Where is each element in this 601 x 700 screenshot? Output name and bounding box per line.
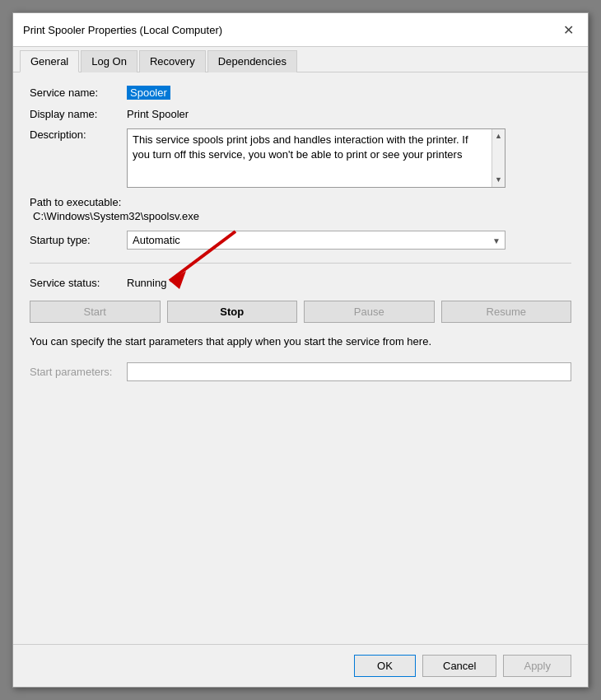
path-label: Path to executable: [30, 196, 571, 208]
dialog: Print Spooler Properties (Local Computer… [12, 12, 589, 688]
start-params-row: Start parameters: [30, 362, 571, 381]
service-status-row: Service status: Running [30, 277, 571, 289]
close-button[interactable]: ✕ [558, 20, 578, 40]
tab-general[interactable]: General [20, 50, 79, 72]
startup-type-row: Startup type: Automatic Manual Disabled … [30, 231, 571, 250]
cancel-button[interactable]: Cancel [422, 655, 496, 677]
scroll-up-arrow[interactable]: ▲ [495, 131, 502, 142]
start-button[interactable]: Start [30, 301, 161, 323]
resume-button[interactable]: Resume [441, 301, 572, 323]
service-status-label: Service status: [30, 277, 120, 289]
description-label: Description: [30, 128, 120, 141]
tab-recovery[interactable]: Recovery [139, 50, 206, 72]
title-bar: Print Spooler Properties (Local Computer… [13, 13, 588, 47]
tab-logon[interactable]: Log On [81, 50, 137, 72]
dialog-title: Print Spooler Properties (Local Computer… [23, 24, 222, 36]
scroll-down-arrow[interactable]: ▼ [495, 175, 502, 185]
tab-bar: General Log On Recovery Dependencies [13, 47, 588, 72]
bottom-buttons: OK Cancel Apply [13, 644, 588, 687]
tab-content: Service name: Spooler Display name: Prin… [13, 72, 588, 644]
startup-type-select[interactable]: Automatic Manual Disabled [127, 231, 505, 250]
pause-button[interactable]: Pause [304, 301, 435, 323]
path-value: C:\Windows\System32\spoolsv.exe [30, 210, 571, 222]
ok-button[interactable]: OK [354, 655, 416, 677]
startup-type-label: Startup type: [30, 234, 120, 246]
service-control-buttons: Start Stop Pause Resume [30, 301, 571, 323]
apply-button[interactable]: Apply [503, 655, 571, 677]
display-name-value: Print Spooler [127, 108, 189, 120]
description-box: This service spools print jobs and handl… [127, 128, 505, 188]
divider [30, 263, 571, 264]
path-section: Path to executable: C:\Windows\System32\… [30, 196, 571, 222]
display-name-label: Display name: [30, 108, 120, 120]
start-params-note: You can specify the start parameters tha… [30, 334, 571, 349]
tab-dependencies[interactable]: Dependencies [207, 50, 297, 72]
service-name-label: Service name: [30, 86, 120, 99]
description-text: This service spools print jobs and handl… [133, 133, 500, 162]
start-params-input[interactable] [127, 362, 571, 381]
service-name-row: Service name: Spooler [30, 86, 571, 100]
description-row: Description: This service spools print j… [30, 128, 571, 188]
description-scrollbar: ▲ ▼ [492, 129, 505, 187]
startup-select-wrapper: Automatic Manual Disabled ▼ [127, 231, 505, 250]
display-name-row: Display name: Print Spooler [30, 108, 571, 120]
service-name-value: Spooler [127, 86, 170, 100]
status-section: Service status: Running [30, 277, 571, 289]
stop-button[interactable]: Stop [167, 301, 298, 323]
start-params-label: Start parameters: [30, 366, 120, 378]
service-status-value: Running [127, 277, 166, 289]
